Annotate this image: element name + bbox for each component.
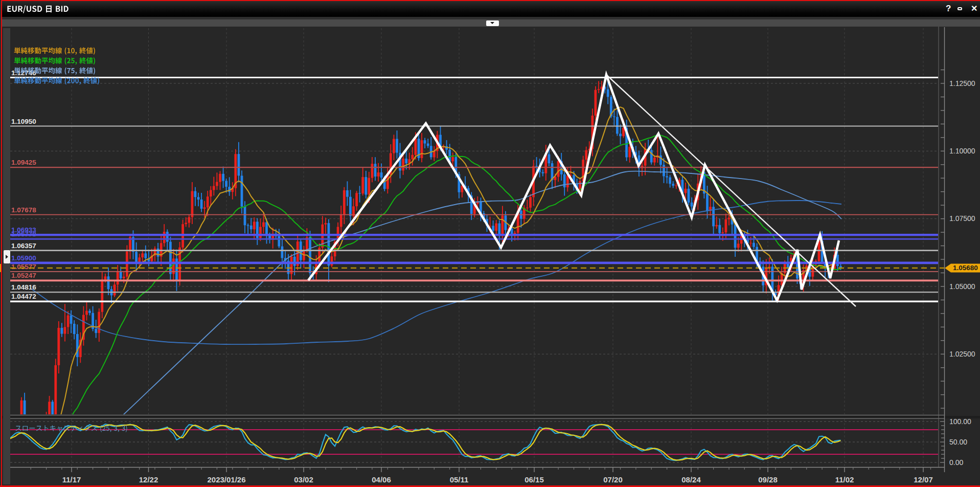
svg-text:06/15: 06/15 [525, 475, 544, 484]
svg-text:11/17: 11/17 [62, 475, 81, 484]
svg-text:1.06357: 1.06357 [11, 242, 36, 250]
svg-text:2023/01/26: 2023/01/26 [207, 475, 245, 484]
svg-text:1.07500: 1.07500 [949, 214, 975, 223]
svg-text:1.02500: 1.02500 [949, 350, 975, 358]
svg-text:1.05000: 1.05000 [949, 282, 975, 291]
svg-text:1.05247: 1.05247 [11, 272, 36, 279]
svg-text:11/02: 11/02 [835, 475, 854, 484]
svg-text:1.05900: 1.05900 [11, 254, 36, 262]
svg-text:1.09425: 1.09425 [11, 159, 36, 166]
svg-text:0.00: 0.00 [949, 458, 963, 467]
svg-text:100.00: 100.00 [949, 417, 971, 426]
svg-text:1.05680: 1.05680 [953, 264, 978, 272]
svg-text:1.07678: 1.07678 [11, 206, 36, 214]
svg-text:04/06: 04/06 [372, 475, 391, 484]
svg-text:50.00: 50.00 [949, 438, 967, 446]
svg-text:1.06778: 1.06778 [11, 230, 36, 238]
svg-text:1.10000: 1.10000 [949, 147, 975, 155]
svg-text:09/28: 09/28 [758, 475, 778, 484]
svg-text:12/22: 12/22 [139, 475, 158, 484]
svg-text:1.12500: 1.12500 [949, 79, 975, 87]
svg-text:1.04472: 1.04472 [11, 293, 36, 300]
svg-text:12/07: 12/07 [914, 475, 933, 484]
svg-text:1.10950: 1.10950 [11, 118, 36, 125]
svg-text:1.05577: 1.05577 [11, 263, 36, 271]
svg-text:1.04816: 1.04816 [11, 283, 36, 291]
svg-text:05/11: 05/11 [450, 475, 469, 484]
svg-text:07/20: 07/20 [603, 475, 623, 484]
svg-text:03/02: 03/02 [294, 475, 313, 484]
svg-text:08/24: 08/24 [681, 475, 701, 484]
